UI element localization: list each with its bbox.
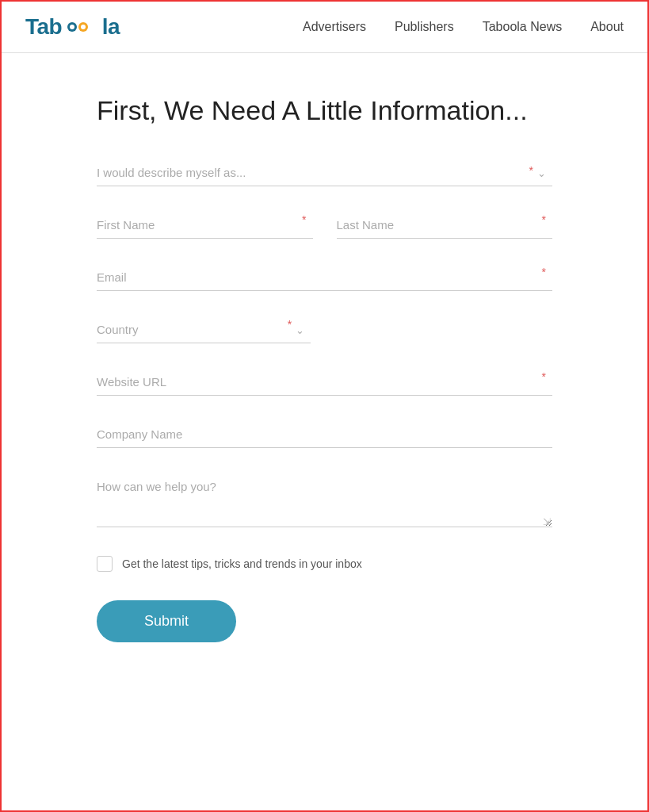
email-required-star: * — [542, 266, 546, 278]
newsletter-checkbox-group: Get the latest tips, tricks and trends i… — [97, 556, 552, 572]
email-field: * — [97, 264, 552, 291]
submit-button[interactable]: Submit — [97, 600, 236, 642]
logo[interactable]: Tab la — [25, 14, 120, 40]
company-input[interactable] — [97, 421, 552, 448]
newsletter-checkbox[interactable] — [97, 556, 113, 572]
first-name-field: * — [97, 212, 313, 239]
website-required-star: * — [542, 370, 546, 383]
last-name-group: * — [337, 212, 553, 239]
email-input[interactable] — [97, 264, 552, 291]
logo-text: Tab la — [25, 14, 120, 40]
describe-select[interactable]: I would describe myself as... An Adverti… — [97, 159, 552, 186]
first-name-group: * — [97, 212, 313, 239]
nav-taboola-news[interactable]: Taboola News — [483, 20, 563, 34]
last-name-input[interactable] — [337, 212, 553, 239]
main-nav: Advertisers Publishers Taboola News Abou… — [303, 20, 624, 34]
country-select[interactable]: Country United States United Kingdom Can… — [97, 316, 311, 343]
email-group: * — [97, 264, 552, 291]
help-textarea-wrapper: ⇲ — [97, 473, 552, 530]
nav-publishers[interactable]: Publishers — [395, 20, 454, 34]
first-name-required-star: * — [302, 213, 306, 226]
page-title: First, We Need A Little Information... — [97, 93, 552, 128]
newsletter-label[interactable]: Get the latest tips, tricks and trends i… — [122, 557, 362, 570]
logo-icon — [67, 18, 96, 36]
describe-required-star: * — [529, 164, 533, 177]
svg-point-3 — [81, 25, 86, 29]
company-field — [97, 421, 552, 448]
svg-point-1 — [70, 25, 74, 29]
company-group — [97, 421, 552, 448]
country-required-star: * — [288, 318, 292, 331]
website-group: * — [97, 369, 552, 396]
header: Tab la Advertisers Publishers Taboola Ne… — [2, 2, 647, 53]
contact-form: I would describe myself as... An Adverti… — [97, 159, 552, 642]
website-field: * — [97, 369, 552, 396]
help-group: ⇲ — [97, 473, 552, 530]
country-wrapper: Country United States United Kingdom Can… — [97, 316, 311, 343]
last-name-field: * — [337, 212, 553, 239]
nav-about[interactable]: About — [590, 20, 624, 34]
name-row: * * — [97, 212, 552, 239]
last-name-required-star: * — [542, 213, 546, 226]
describe-field: I would describe myself as... An Adverti… — [97, 159, 552, 186]
first-name-input[interactable] — [97, 212, 313, 239]
help-textarea[interactable] — [97, 473, 552, 527]
country-field: Country United States United Kingdom Can… — [97, 316, 311, 343]
website-input[interactable] — [97, 369, 552, 396]
country-group: Country United States United Kingdom Can… — [97, 316, 552, 343]
nav-advertisers[interactable]: Advertisers — [303, 20, 366, 34]
main-content: First, We Need A Little Information... I… — [2, 53, 647, 690]
